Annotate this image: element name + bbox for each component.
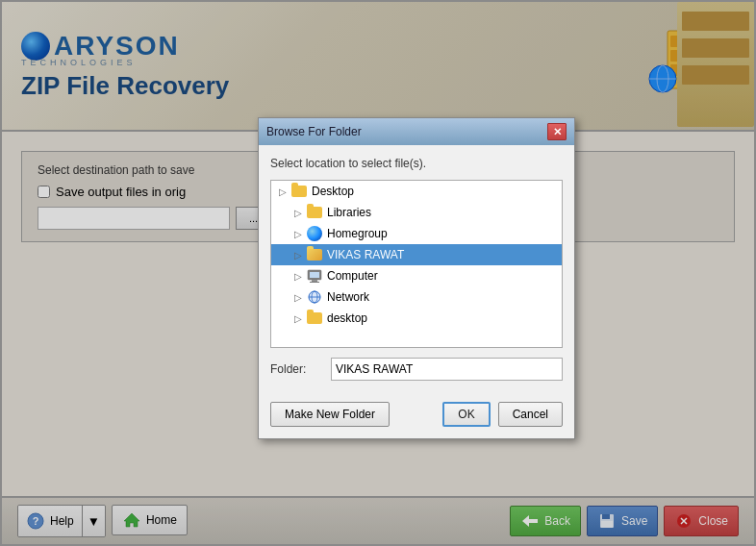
svg-rect-21 [312,280,317,282]
tree-item-label: desktop [327,311,367,325]
browse-for-folder-dialog: Browse For Folder ✕ Select location to s… [258,117,575,439]
computer-icon [306,268,323,284]
folder-icon [290,184,308,199]
folder-icon [306,310,323,326]
homegroup-icon [306,226,323,241]
expand-icon: ▷ [290,250,306,261]
make-new-folder-button[interactable]: Make New Folder [270,402,390,427]
folder-icon [306,205,323,220]
tree-item-label: Desktop [312,185,354,198]
dialog-title: Browse For Folder [266,125,362,138]
dialog-body: Select location to select file(s). ▷ Des… [259,145,574,392]
tree-item-label: VIKAS RAWAT [327,248,404,261]
expand-icon: ▷ [290,271,306,282]
tree-item-vikas-rawat[interactable]: ▷ VIKAS RAWAT [271,244,562,265]
expand-icon: ▷ [290,208,306,218]
dialog-instruction: Select location to select file(s). [270,157,563,170]
expand-icon: ▷ [290,313,306,324]
folder-row: Folder: [270,358,563,381]
tree-item-homegroup[interactable]: ▷ Homegroup [271,223,562,244]
svg-rect-20 [310,272,319,278]
tree-item-desktop-sub[interactable]: ▷ desktop [271,308,562,329]
tree-item-libraries[interactable]: ▷ Libraries [271,202,562,223]
expand-icon: ▷ [290,292,306,303]
dialog-titlebar: Browse For Folder ✕ [259,118,574,145]
user-folder-icon [306,247,323,262]
dialog-footer: Make New Folder OK Cancel [259,392,574,438]
svg-point-26 [309,291,320,303]
dialog-close-button[interactable]: ✕ [547,123,567,140]
expand-icon: ▷ [275,186,290,197]
tree-item-network[interactable]: ▷ Network [271,286,562,308]
tree-item-computer[interactable]: ▷ Computer [271,265,562,286]
app-window: ARYSON TECHNOLOGIES ZIP File Recovery [0,0,756,546]
tree-item-label: Libraries [327,206,371,219]
tree-item-label: Network [327,290,369,304]
folder-tree[interactable]: ▷ Desktop ▷ Libraries [270,180,563,348]
folder-label: Folder: [270,362,323,376]
network-icon [306,289,323,305]
tree-item-label: Computer [327,269,378,283]
svg-rect-22 [310,282,319,283]
folder-input[interactable] [331,358,563,381]
expand-icon: ▷ [290,229,306,239]
tree-item-desktop[interactable]: ▷ Desktop [271,181,562,202]
cancel-button[interactable]: Cancel [498,402,563,427]
tree-item-label: Homegroup [327,227,388,240]
dialog-overlay: Browse For Folder ✕ Select location to s… [2,2,754,544]
ok-button[interactable]: OK [442,402,490,427]
